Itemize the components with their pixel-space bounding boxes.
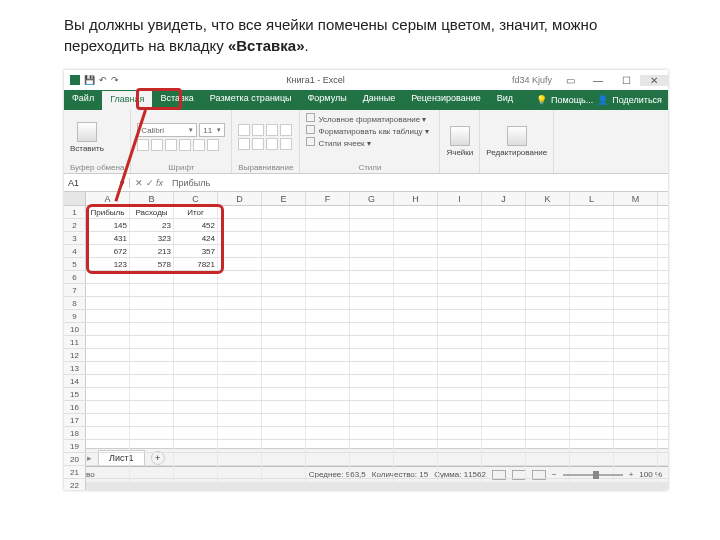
tell-me-icon[interactable]: 💡 <box>536 95 547 105</box>
cell[interactable] <box>438 349 482 361</box>
cell[interactable] <box>86 349 130 361</box>
cell[interactable] <box>570 271 614 283</box>
cell[interactable] <box>86 466 130 478</box>
cell[interactable] <box>350 375 394 387</box>
cell[interactable] <box>482 375 526 387</box>
row-header[interactable]: 1 <box>64 206 86 218</box>
cell[interactable] <box>482 401 526 413</box>
cell[interactable] <box>482 466 526 478</box>
cell[interactable] <box>570 453 614 465</box>
cell[interactable] <box>570 258 614 270</box>
cell[interactable] <box>350 232 394 244</box>
cell[interactable] <box>438 375 482 387</box>
row-header[interactable]: 19 <box>64 440 86 452</box>
cell[interactable] <box>482 258 526 270</box>
cell[interactable] <box>482 349 526 361</box>
cell[interactable] <box>570 362 614 374</box>
cell[interactable] <box>394 479 438 490</box>
cell[interactable]: 213 <box>130 245 174 257</box>
cell[interactable] <box>86 336 130 348</box>
cell[interactable] <box>570 297 614 309</box>
cell[interactable] <box>350 219 394 231</box>
cell[interactable] <box>570 479 614 490</box>
cell[interactable] <box>350 271 394 283</box>
cell[interactable] <box>614 414 658 426</box>
cell[interactable] <box>614 323 658 335</box>
cell[interactable]: 7821 <box>174 258 218 270</box>
cells-button[interactable]: Ячейки <box>446 126 473 157</box>
row-header[interactable]: 6 <box>64 271 86 283</box>
cell[interactable] <box>86 440 130 452</box>
undo-icon[interactable]: ↶ <box>99 75 107 85</box>
cell[interactable] <box>262 297 306 309</box>
cell[interactable] <box>86 310 130 322</box>
cell[interactable] <box>86 271 130 283</box>
select-all-corner[interactable] <box>64 192 86 205</box>
cell[interactable] <box>438 219 482 231</box>
row-header[interactable]: 11 <box>64 336 86 348</box>
cell[interactable] <box>526 479 570 490</box>
cell[interactable] <box>438 401 482 413</box>
cell[interactable] <box>570 414 614 426</box>
column-header[interactable]: K <box>526 192 570 205</box>
row-header[interactable]: 20 <box>64 453 86 465</box>
cell[interactable] <box>130 323 174 335</box>
column-header[interactable]: J <box>482 192 526 205</box>
cell[interactable]: 672 <box>86 245 130 257</box>
cell[interactable] <box>394 362 438 374</box>
cell[interactable] <box>350 401 394 413</box>
cell[interactable] <box>526 258 570 270</box>
row-header[interactable]: 3 <box>64 232 86 244</box>
minimize-button[interactable]: — <box>584 75 612 86</box>
cell[interactable] <box>218 401 262 413</box>
cell[interactable] <box>394 349 438 361</box>
cell[interactable] <box>438 245 482 257</box>
cell[interactable] <box>262 453 306 465</box>
cell[interactable] <box>570 388 614 400</box>
cell[interactable] <box>306 219 350 231</box>
redo-icon[interactable]: ↷ <box>111 75 119 85</box>
cell[interactable] <box>218 349 262 361</box>
cell[interactable] <box>394 388 438 400</box>
cell[interactable] <box>306 297 350 309</box>
cell[interactable] <box>482 414 526 426</box>
cell[interactable]: 578 <box>130 258 174 270</box>
cell[interactable] <box>438 466 482 478</box>
cell[interactable] <box>174 336 218 348</box>
cell[interactable] <box>526 401 570 413</box>
cell[interactable] <box>526 362 570 374</box>
cell[interactable] <box>526 245 570 257</box>
cell[interactable] <box>614 375 658 387</box>
cell[interactable] <box>394 219 438 231</box>
cell[interactable] <box>614 388 658 400</box>
cell[interactable] <box>262 258 306 270</box>
cell[interactable] <box>438 479 482 490</box>
cell[interactable] <box>394 453 438 465</box>
chevron-down-icon[interactable]: ▾ <box>120 178 125 188</box>
cell-styles-button[interactable]: Стили ячеек ▾ <box>306 137 433 148</box>
cell[interactable] <box>350 453 394 465</box>
cell[interactable] <box>614 232 658 244</box>
cell[interactable] <box>394 297 438 309</box>
cell[interactable] <box>570 232 614 244</box>
row-header[interactable]: 16 <box>64 401 86 413</box>
formula-input[interactable]: Прибыль <box>168 178 668 188</box>
cell[interactable] <box>130 349 174 361</box>
cell[interactable] <box>394 401 438 413</box>
cell[interactable] <box>394 258 438 270</box>
cell[interactable] <box>130 362 174 374</box>
cell[interactable] <box>130 336 174 348</box>
cell[interactable] <box>394 414 438 426</box>
cell[interactable] <box>174 427 218 439</box>
cell[interactable] <box>614 271 658 283</box>
cell[interactable] <box>218 375 262 387</box>
font-color-button[interactable] <box>207 139 219 151</box>
cell[interactable] <box>482 323 526 335</box>
maximize-button[interactable]: ☐ <box>612 75 640 86</box>
tell-me-label[interactable]: Помощь... <box>551 95 593 105</box>
cell[interactable] <box>306 375 350 387</box>
column-headers[interactable]: ABCDEFGHIJKLM <box>64 192 668 206</box>
tab-главная[interactable]: Главная <box>102 91 152 110</box>
cell[interactable] <box>526 440 570 452</box>
cell[interactable] <box>614 336 658 348</box>
